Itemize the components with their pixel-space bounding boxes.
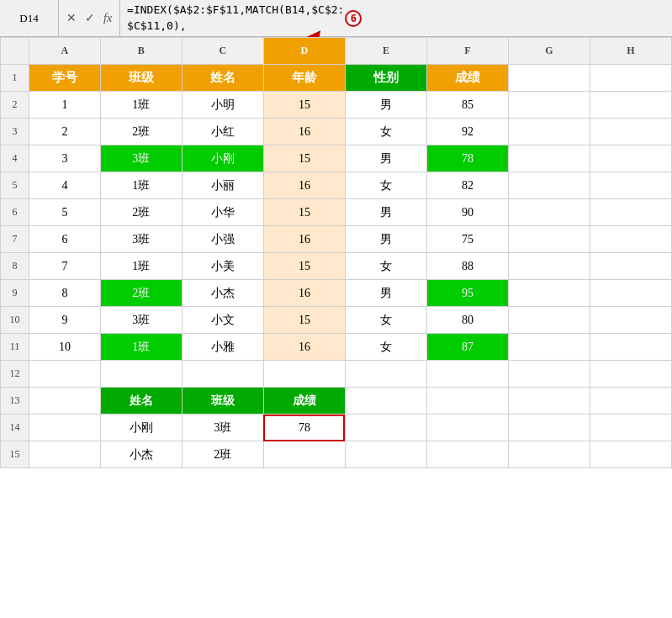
cell-a9[interactable]: 8 xyxy=(29,280,100,307)
col-header-d[interactable]: D xyxy=(263,38,345,65)
sub-header-score[interactable]: 成绩 xyxy=(263,388,345,415)
cell-e9[interactable]: 男 xyxy=(345,280,426,307)
cell-c6[interactable]: 小华 xyxy=(182,199,263,226)
cell-a2[interactable]: 1 xyxy=(29,92,100,119)
cell-f4[interactable]: 78 xyxy=(426,145,508,172)
cell-d8[interactable]: 15 xyxy=(263,253,345,280)
header-xingbie[interactable]: 性别 xyxy=(345,65,426,92)
cell-d10[interactable]: 15 xyxy=(263,307,345,334)
cell-f8[interactable]: 88 xyxy=(426,253,508,280)
cell-e5[interactable]: 女 xyxy=(345,172,426,199)
cell-f2[interactable]: 85 xyxy=(426,92,508,119)
sub-header-name[interactable]: 姓名 xyxy=(100,388,182,415)
cell-b14[interactable]: 小刚 xyxy=(100,415,182,441)
cell-b5[interactable]: 1班 xyxy=(100,172,182,199)
cell-c2[interactable]: 小明 xyxy=(182,92,263,119)
row-num-11: 11 xyxy=(1,334,29,361)
cell-h4 xyxy=(590,145,671,172)
cell-c11[interactable]: 小雅 xyxy=(182,334,263,361)
cell-e3[interactable]: 女 xyxy=(345,119,426,145)
function-icon[interactable]: fx xyxy=(101,10,114,27)
cell-d6[interactable]: 15 xyxy=(263,199,345,226)
header-xuehao[interactable]: 学号 xyxy=(29,65,100,92)
cell-f3[interactable]: 92 xyxy=(426,119,508,145)
cell-e11[interactable]: 女 xyxy=(345,334,426,361)
col-header-g[interactable]: G xyxy=(508,38,590,65)
cell-h2 xyxy=(590,92,671,119)
formula-icons: ✕ ✓ fx xyxy=(59,0,120,36)
cell-b15[interactable]: 小杰 xyxy=(100,441,182,468)
cell-a5[interactable]: 4 xyxy=(29,172,100,199)
cell-a13 xyxy=(29,388,100,415)
cell-c7[interactable]: 小强 xyxy=(182,226,263,253)
cell-a11[interactable]: 10 xyxy=(29,334,100,361)
cell-a3[interactable]: 2 xyxy=(29,119,100,145)
cell-a8[interactable]: 7 xyxy=(29,253,100,280)
cell-reference[interactable]: D14 xyxy=(0,0,59,36)
cell-a4[interactable]: 3 xyxy=(29,145,100,172)
cell-b9[interactable]: 2班 xyxy=(100,280,182,307)
cell-e7[interactable]: 男 xyxy=(345,226,426,253)
cell-e2[interactable]: 男 xyxy=(345,92,426,119)
col-header-f[interactable]: F xyxy=(426,38,508,65)
cell-b3[interactable]: 2班 xyxy=(100,119,182,145)
cell-c4[interactable]: 小刚 xyxy=(182,145,263,172)
cell-f5[interactable]: 82 xyxy=(426,172,508,199)
cell-d9[interactable]: 16 xyxy=(263,280,345,307)
cancel-icon[interactable]: ✕ xyxy=(64,9,79,27)
cell-c8[interactable]: 小美 xyxy=(182,253,263,280)
sub-header-class[interactable]: 班级 xyxy=(182,388,263,415)
cell-b6[interactable]: 2班 xyxy=(100,199,182,226)
cell-d14[interactable]: 78 xyxy=(263,415,345,441)
col-header-a[interactable]: A xyxy=(29,38,100,65)
cell-f6[interactable]: 90 xyxy=(426,199,508,226)
cell-c15[interactable]: 2班 xyxy=(182,441,263,468)
cell-c9[interactable]: 小杰 xyxy=(182,280,263,307)
cell-c10[interactable]: 小文 xyxy=(182,307,263,334)
cell-b7[interactable]: 3班 xyxy=(100,226,182,253)
cell-f7[interactable]: 75 xyxy=(426,226,508,253)
cell-c5[interactable]: 小丽 xyxy=(182,172,263,199)
cell-h3 xyxy=(590,119,671,145)
cell-f11[interactable]: 87 xyxy=(426,334,508,361)
cell-c14[interactable]: 3班 xyxy=(182,415,263,441)
cell-b4[interactable]: 3班 xyxy=(100,145,182,172)
confirm-icon[interactable]: ✓ xyxy=(82,9,98,27)
cell-f15 xyxy=(426,441,508,468)
cell-f10[interactable]: 80 xyxy=(426,307,508,334)
cell-d15[interactable] xyxy=(263,441,345,468)
cell-b11[interactable]: 1班 xyxy=(100,334,182,361)
row-num-9: 9 xyxy=(1,280,29,307)
row-num-10: 10 xyxy=(1,307,29,334)
col-header-h[interactable]: H xyxy=(590,38,671,65)
cell-a7[interactable]: 6 xyxy=(29,226,100,253)
col-header-b[interactable]: B xyxy=(100,38,182,65)
cell-a6[interactable]: 5 xyxy=(29,199,100,226)
header-chengji[interactable]: 成绩 xyxy=(426,65,508,92)
cell-d2[interactable]: 15 xyxy=(263,92,345,119)
spreadsheet: A B C D E F G H 1 学号 班级 姓名 年龄 性别 成绩 xyxy=(0,37,672,468)
formula-input[interactable]: =INDEX($A$2:$F$11,MATCH(B14,$C$2:$C$11,0… xyxy=(120,0,672,36)
cell-e6[interactable]: 男 xyxy=(345,199,426,226)
table-row: 11 10 1班 小雅 16 女 87 xyxy=(1,334,672,361)
cell-d3[interactable]: 16 xyxy=(263,119,345,145)
cell-b2[interactable]: 1班 xyxy=(100,92,182,119)
header-xingming[interactable]: 姓名 xyxy=(182,65,263,92)
cell-e4[interactable]: 男 xyxy=(345,145,426,172)
cell-e10[interactable]: 女 xyxy=(345,307,426,334)
cell-d5[interactable]: 16 xyxy=(263,172,345,199)
header-nianling[interactable]: 年龄 xyxy=(263,65,345,92)
cell-d7[interactable]: 16 xyxy=(263,226,345,253)
cell-g10 xyxy=(508,307,590,334)
col-header-e[interactable]: E xyxy=(345,38,426,65)
cell-c3[interactable]: 小红 xyxy=(182,119,263,145)
cell-b10[interactable]: 3班 xyxy=(100,307,182,334)
cell-b8[interactable]: 1班 xyxy=(100,253,182,280)
cell-d11[interactable]: 16 xyxy=(263,334,345,361)
cell-f9[interactable]: 95 xyxy=(426,280,508,307)
cell-d4[interactable]: 15 xyxy=(263,145,345,172)
cell-a10[interactable]: 9 xyxy=(29,307,100,334)
cell-e8[interactable]: 女 xyxy=(345,253,426,280)
header-banji[interactable]: 班级 xyxy=(100,65,182,92)
col-header-c[interactable]: C xyxy=(182,38,263,65)
